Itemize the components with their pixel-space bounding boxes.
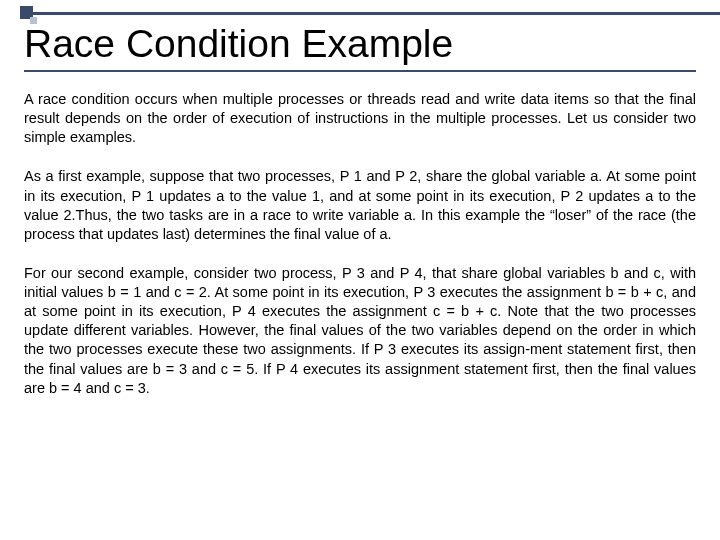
slide-content: Race Condition Example A race condition … [0, 0, 720, 418]
title-underline [24, 70, 696, 72]
paragraph-example2: For our second example, consider two pro… [24, 264, 696, 398]
paragraph-intro: A race condition occurs when multiple pr… [24, 90, 696, 147]
header-bar [32, 12, 720, 15]
slide-title: Race Condition Example [24, 22, 696, 66]
paragraph-example1: As a first example, suppose that two pro… [24, 167, 696, 244]
header-square-small [30, 17, 37, 24]
slide-header-decoration [0, 0, 720, 24]
